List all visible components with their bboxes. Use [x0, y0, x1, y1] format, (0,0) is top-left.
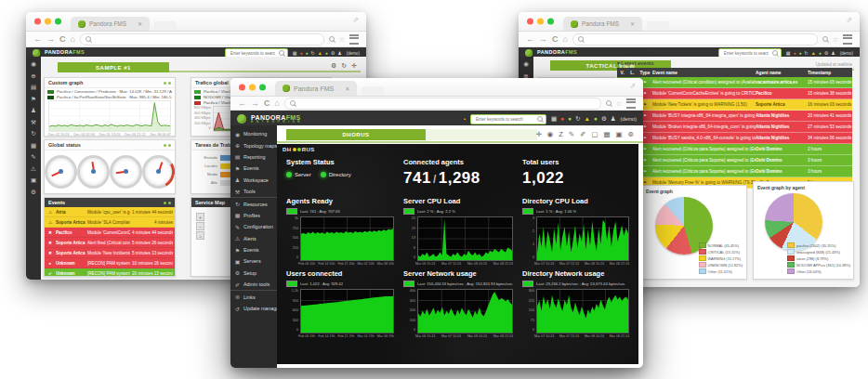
- event-row[interactable]: ● ● ⚑ Module 'BUSY sandra_4.0-x86_64-con…: [617, 133, 852, 144]
- strip-profiles-icon[interactable]: ▦: [31, 143, 36, 150]
- event-row[interactable]: ✖ Soporte Artica Module 'New Incidents' …: [45, 248, 175, 258]
- event-row[interactable]: ● ● ⚑ Alert recovered (Criticos para Sop…: [617, 166, 852, 177]
- reload-icon[interactable]: C: [59, 35, 66, 44]
- zoom-window-icon[interactable]: [259, 84, 266, 90]
- strip-servers-icon[interactable]: ▣: [31, 177, 36, 184]
- sidebar-item-profiles[interactable]: ▦ Profiles: [230, 210, 277, 221]
- browser-tab[interactable]: Pandora FMS ✕: [563, 17, 642, 31]
- event-row[interactable]: ● ● ⚑ Alert recovered (Criticos para Sop…: [617, 155, 852, 166]
- dashboard-tab[interactable]: Sample #1: [58, 62, 169, 72]
- logged-user-label[interactable]: (demo): [621, 116, 637, 122]
- strip-reporting-icon[interactable]: ▤: [31, 85, 36, 91]
- close-window-icon[interactable]: [527, 19, 533, 25]
- window-titlebar[interactable]: Pandora FMS ✕ ⇗: [26, 12, 366, 32]
- window-titlebar[interactable]: Pandora FMS ✕ ⇗: [519, 12, 860, 32]
- critical-status-icon[interactable]: ●: [560, 116, 564, 123]
- col-event-name[interactable]: Event name: [652, 71, 756, 75]
- event-agent[interactable]: Atlanta Nightlies: [756, 136, 808, 140]
- strip-setup-icon[interactable]: ⚙: [31, 190, 36, 196]
- event-row[interactable]: ● ● ⚑ Module 'BUSY integria-x86_64-integ…: [617, 111, 852, 122]
- apps-grid-icon[interactable]: ▦: [786, 51, 791, 56]
- warning-status-icon[interactable]: ▲: [585, 116, 590, 123]
- sidebar-item-alerts[interactable]: ⚠ Alerts: [230, 233, 277, 244]
- strip-events-icon[interactable]: ⚑: [31, 97, 36, 103]
- bookmark-star-icon[interactable]: ☆: [616, 100, 622, 107]
- sidebar-item-events[interactable]: ⚑ Events: [230, 163, 277, 174]
- widget-icon[interactable]: ▢: [591, 130, 598, 138]
- sidebar-item-setup[interactable]: ⚙ Setup: [230, 268, 277, 279]
- apps-grid-icon[interactable]: ▦: [551, 116, 557, 123]
- home-icon[interactable]: ⌂: [563, 35, 568, 44]
- col-level[interactable]: L.: [627, 71, 638, 75]
- settings-gear-icon[interactable]: ⚙: [331, 51, 335, 56]
- col-agent-name[interactable]: Agent name: [756, 71, 808, 75]
- bookmark-star-icon[interactable]: ☆: [339, 36, 345, 43]
- event-row[interactable]: ⚠ Atria Module 'cpu_user' is going to WA…: [45, 207, 175, 217]
- forward-icon[interactable]: →: [46, 35, 55, 44]
- panel-actions[interactable]: [164, 82, 171, 85]
- settings-gear-icon[interactable]: ⚙: [601, 116, 607, 123]
- ok-status-icon[interactable]: ●: [568, 116, 572, 123]
- event-agent[interactable]: Soporte Artica: [756, 102, 808, 107]
- address-input[interactable]: [587, 35, 812, 43]
- latest-events-label[interactable]: ▾ Latest events: [617, 60, 653, 66]
- header-search-input[interactable]: [722, 50, 770, 57]
- strip-resources-icon[interactable]: ↻: [31, 131, 35, 137]
- sleep-icon[interactable]: Z: [559, 130, 563, 138]
- event-agent[interactable]: Oshi Domino: [756, 169, 808, 174]
- panel-actions[interactable]: [164, 144, 171, 147]
- warning-status-icon[interactable]: ▲: [318, 51, 322, 56]
- reload-icon[interactable]: C: [552, 35, 559, 44]
- home-icon[interactable]: ⌂: [275, 99, 280, 108]
- event-agent[interactable]: Atlanta Nightlies: [756, 113, 808, 118]
- sidebar-item-servers[interactable]: ▣ Servers: [230, 255, 277, 267]
- user-profile-icon[interactable]: ♟: [337, 51, 341, 56]
- visibility-icon[interactable]: ◉: [547, 130, 554, 138]
- sidebar-item-resources[interactable]: ↻ Resources: [230, 197, 277, 209]
- back-icon[interactable]: ←: [33, 35, 42, 44]
- strip-topology-icon[interactable]: ⊕: [31, 73, 35, 80]
- back-icon[interactable]: ←: [238, 99, 246, 108]
- minimize-window-icon[interactable]: [45, 19, 51, 25]
- event-row[interactable]: ● Unknown [RECON] PAM system detects sys…: [45, 258, 175, 268]
- logged-user-label[interactable]: (demo): [347, 51, 360, 56]
- home-icon[interactable]: ⌂: [71, 35, 75, 44]
- warning-status-icon[interactable]: ▲: [811, 51, 816, 56]
- window-titlebar[interactable]: Pandora FMS ✕ ⇗: [230, 78, 643, 97]
- event-row[interactable]: ✖ Soporte Artica Alert fired (Critical c…: [45, 238, 175, 248]
- search-icon[interactable]: [329, 36, 335, 42]
- sidebar-item-configuration[interactable]: ✎ Configuration: [230, 221, 277, 232]
- snapshot-icon[interactable]: ▣: [616, 130, 623, 138]
- strip-monitoring-icon[interactable]: ◉: [523, 61, 529, 68]
- grid-icon[interactable]: ▦: [604, 130, 611, 138]
- user-profile-icon[interactable]: ♟: [831, 51, 835, 56]
- zoom-window-icon[interactable]: [547, 19, 554, 25]
- event-agent[interactable]: Oshi Domino: [756, 158, 808, 163]
- address-bar[interactable]: [80, 33, 324, 46]
- close-window-icon[interactable]: [239, 84, 245, 90]
- close-window-icon[interactable]: [34, 19, 41, 25]
- edit-icon[interactable]: ✎: [569, 130, 574, 138]
- event-row[interactable]: ● ● ⚑ Module 'CurrentConnCacheEntries' i…: [617, 88, 852, 99]
- browser-tab[interactable]: Pandora FMS ✕: [71, 17, 150, 31]
- address-bar[interactable]: [572, 33, 818, 46]
- bookmark-star-icon[interactable]: ☆: [833, 36, 838, 43]
- health-status-icon[interactable]: ●: [594, 116, 598, 123]
- fullscreen-icon[interactable]: ✛: [535, 130, 541, 138]
- minimize-window-icon[interactable]: [537, 19, 544, 25]
- col-timestamp[interactable]: Timestamp: [808, 71, 852, 75]
- header-search[interactable]: [470, 114, 546, 124]
- event-row[interactable]: ● ● ⚑ Module 'New Tickets' is going to W…: [617, 99, 852, 111]
- new-tab-button[interactable]: [154, 21, 177, 31]
- sidebar-item-reporting[interactable]: ▤ Reporting: [230, 151, 277, 163]
- event-agent[interactable]: Oshi Domino: [756, 147, 808, 151]
- user-profile-icon[interactable]: ♟: [611, 116, 616, 123]
- refresh-icon[interactable]: ↻: [311, 51, 315, 56]
- address-input[interactable]: [95, 35, 319, 43]
- search-icon[interactable]: [606, 100, 612, 106]
- refresh-icon[interactable]: ↻: [805, 51, 809, 56]
- dashboard-tab[interactable]: DHORUS: [286, 129, 426, 140]
- health-status-icon[interactable]: ●: [325, 51, 328, 56]
- event-agent[interactable]: Atlanta Nightlies: [756, 124, 808, 129]
- col-type[interactable]: Type: [638, 71, 652, 75]
